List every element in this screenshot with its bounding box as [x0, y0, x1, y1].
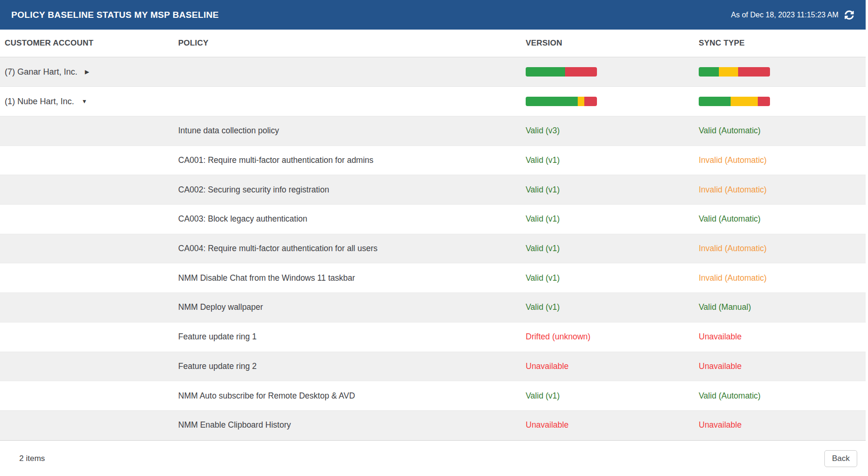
version-status-bar	[526, 67, 597, 77]
policy-baseline-status-window: POLICY BASELINE STATUS MY MSP BASELINE A…	[0, 0, 866, 476]
sync-bar-segment-invalid	[731, 97, 758, 106]
policy-row: NMM Auto subscribe for Remote Desktop & …	[0, 381, 866, 411]
version-status: Valid (v1)	[526, 391, 699, 401]
sync-bar-segment-invalid	[719, 67, 738, 77]
sync-type-status: Invalid (Automatic)	[699, 244, 866, 253]
version-status: Valid (v1)	[526, 244, 699, 253]
version-cell	[526, 97, 699, 106]
sync-bar-segment-valid	[699, 97, 731, 106]
footer-bar: 2 items Back	[0, 440, 866, 476]
items-count: 2 items	[19, 454, 45, 463]
expand-caret-icon[interactable]: ▶	[85, 69, 89, 75]
sync-type-status: Unavailable	[699, 420, 866, 430]
table-header-row: CUSTOMER ACCOUNT POLICY VERSION SYNC TYP…	[0, 30, 866, 57]
version-bar-segment-valid	[526, 97, 578, 106]
customer-account-name: (7) Ganar Hart, Inc.	[5, 67, 77, 77]
sync-type-status: Invalid (Automatic)	[699, 155, 866, 165]
policy-row: Intune data collection policy Valid (v3)…	[0, 116, 866, 146]
policy-row: NMM Deploy wallpaper Valid (v1) Valid (M…	[0, 293, 866, 322]
version-status-bar	[526, 97, 597, 106]
version-status: Valid (v1)	[526, 155, 699, 165]
version-bar-segment-drifted	[578, 97, 584, 106]
policy-row: Feature update ring 1 Drifted (unknown) …	[0, 322, 866, 352]
sync-type-status: Invalid (Automatic)	[699, 273, 866, 283]
sync-bar-segment-unavailable	[738, 67, 770, 77]
policy-row: NMM Enable Clipboard History Unavailable…	[0, 411, 866, 440]
title-bar-right: As of Dec 18, 2023 11:15:23 AM	[731, 10, 854, 20]
column-header-sync-type: SYNC TYPE	[699, 38, 866, 48]
policy-row: CA001: Require multi-factor authenticati…	[0, 146, 866, 176]
customer-account-row[interactable]: (7) Ganar Hart, Inc. ▶	[0, 57, 866, 87]
version-status: Valid (v1)	[526, 273, 699, 283]
policy-name: NMM Disable Chat from the Windows 11 tas…	[178, 273, 526, 283]
policy-row: Feature update ring 2 Unavailable Unavai…	[0, 352, 866, 382]
version-status: Valid (v1)	[526, 302, 699, 312]
sync-bar-segment-valid	[699, 67, 719, 77]
sync-type-status: Valid (Automatic)	[699, 126, 866, 136]
policy-name: NMM Deploy wallpaper	[178, 302, 526, 312]
customer-account-cell: (1) Nube Hart, Inc. ▼	[5, 97, 178, 107]
customer-account-cell: (7) Ganar Hart, Inc. ▶	[5, 67, 178, 77]
version-status: Unavailable	[526, 420, 699, 430]
sync-bar-segment-unavailable	[758, 97, 770, 106]
version-bar-segment-valid	[526, 67, 565, 77]
policy-name: Intune data collection policy	[178, 126, 526, 136]
version-status: Valid (v1)	[526, 185, 699, 195]
sync-type-status: Unavailable	[699, 361, 866, 371]
sync-type-status: Invalid (Automatic)	[699, 185, 866, 195]
policy-name: CA002: Securing security info registrati…	[178, 185, 526, 195]
version-status: Valid (v1)	[526, 214, 699, 224]
sync-type-status: Unavailable	[699, 332, 866, 342]
page-title: POLICY BASELINE STATUS MY MSP BASELINE	[11, 10, 219, 20]
sync-type-cell	[699, 97, 866, 106]
policy-name: CA001: Require multi-factor authenticati…	[178, 155, 526, 165]
column-header-version: VERSION	[526, 38, 699, 48]
title-bar: POLICY BASELINE STATUS MY MSP BASELINE A…	[0, 0, 866, 30]
sync-type-status-bar	[699, 67, 770, 77]
table-body: (7) Ganar Hart, Inc. ▶ (1) Nube Hart, In…	[0, 57, 866, 440]
back-button[interactable]: Back	[824, 450, 857, 467]
version-status: Unavailable	[526, 361, 699, 371]
policy-name: Feature update ring 1	[178, 332, 526, 342]
policy-row: NMM Disable Chat from the Windows 11 tas…	[0, 263, 866, 293]
sync-type-status: Valid (Manual)	[699, 302, 866, 312]
as-of-timestamp: As of Dec 18, 2023 11:15:23 AM	[731, 11, 838, 19]
version-cell	[526, 67, 699, 77]
collapse-caret-icon[interactable]: ▼	[82, 99, 87, 104]
column-header-policy: POLICY	[178, 38, 526, 48]
sync-type-status: Valid (Automatic)	[699, 391, 866, 401]
version-bar-segment-unavailable	[584, 97, 597, 106]
column-header-customer-account: CUSTOMER ACCOUNT	[5, 38, 178, 48]
policy-name: CA004: Require multi-factor authenticati…	[178, 244, 526, 253]
policy-row: CA004: Require multi-factor authenticati…	[0, 234, 866, 264]
policy-row: CA002: Securing security info registrati…	[0, 175, 866, 205]
version-status: Valid (v3)	[526, 126, 699, 136]
sync-type-cell	[699, 67, 866, 77]
refresh-icon[interactable]	[844, 10, 854, 20]
policy-name: Feature update ring 2	[178, 361, 526, 371]
policy-row: CA003: Block legacy authentication Valid…	[0, 205, 866, 234]
sync-type-status-bar	[699, 97, 770, 106]
customer-account-row[interactable]: (1) Nube Hart, Inc. ▼	[0, 87, 866, 116]
policy-name: CA003: Block legacy authentication	[178, 214, 526, 224]
version-status: Drifted (unknown)	[526, 332, 699, 342]
sync-type-status: Valid (Automatic)	[699, 214, 866, 224]
policy-name: NMM Enable Clipboard History	[178, 420, 526, 430]
version-bar-segment-unavailable	[565, 67, 597, 77]
customer-account-name: (1) Nube Hart, Inc.	[5, 97, 74, 107]
policy-name: NMM Auto subscribe for Remote Desktop & …	[178, 391, 526, 401]
